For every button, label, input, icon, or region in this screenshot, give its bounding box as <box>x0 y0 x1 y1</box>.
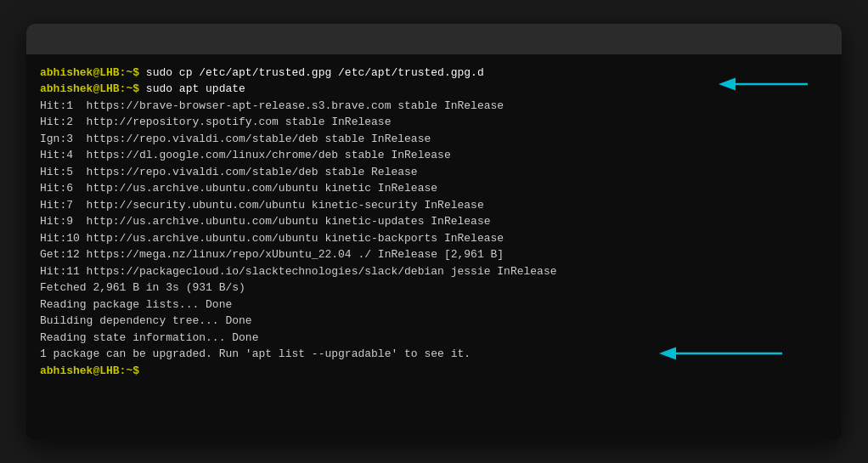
terminal-line: Building dependency tree... Done <box>40 313 828 330</box>
terminal-output: abhishek@LHB:~$ sudo cp /etc/apt/trusted… <box>40 65 828 380</box>
titlebar-controls <box>762 37 831 41</box>
maximize-button[interactable] <box>808 37 816 41</box>
terminal-line: Hit:11 https://packagecloud.io/slacktech… <box>40 263 828 280</box>
add-tab-button[interactable] <box>762 37 770 41</box>
command-text: sudo cp /etc/apt/trusted.gpg /etc/apt/tr… <box>146 66 484 79</box>
terminal-line: Hit:2 http://repository.spotify.com stab… <box>40 114 828 131</box>
command-text: sudo apt update <box>146 82 245 95</box>
terminal-line: Hit:10 http://us.archive.ubuntu.com/ubun… <box>40 230 828 247</box>
terminal-body[interactable]: abhishek@LHB:~$ sudo cp /etc/apt/trusted… <box>26 54 842 440</box>
titlebar <box>26 24 842 54</box>
terminal-line: Hit:6 http://us.archive.ubuntu.com/ubunt… <box>40 180 828 197</box>
terminal-line: 1 package can be upgraded. Run 'apt list… <box>40 346 828 363</box>
terminal-window: abhishek@LHB:~$ sudo cp /etc/apt/trusted… <box>26 24 842 440</box>
terminal-line: abhishek@LHB:~$ <box>40 363 828 380</box>
terminal-line: Reading package lists... Done <box>40 296 828 313</box>
terminal-line: Get:12 https://mega.nz/linux/repo/xUbunt… <box>40 246 828 263</box>
terminal-line: Hit:5 https://repo.vivaldi.com/stable/de… <box>40 164 828 181</box>
terminal-line: Hit:9 http://us.archive.ubuntu.com/ubunt… <box>40 213 828 230</box>
close-button[interactable] <box>823 37 831 41</box>
terminal-line: abhishek@LHB:~$ sudo cp /etc/apt/trusted… <box>40 65 828 82</box>
prompt-text: abhishek@LHB:~$ <box>40 364 146 377</box>
terminal-line: Hit:7 http://security.ubuntu.com/ubuntu … <box>40 197 828 214</box>
prompt-text: abhishek@LHB:~$ <box>40 66 146 79</box>
terminal-line: Reading state information... Done <box>40 330 828 347</box>
terminal-line: Ign:3 https://repo.vivaldi.com/stable/de… <box>40 131 828 148</box>
terminal-line: abhishek@LHB:~$ sudo apt update <box>40 81 828 98</box>
prompt-text: abhishek@LHB:~$ <box>40 82 146 95</box>
menu-button[interactable] <box>777 37 786 41</box>
terminal-line: Fetched 2,961 B in 3s (931 B/s) <box>40 279 828 296</box>
terminal-line: Hit:1 https://brave-browser-apt-release.… <box>40 98 828 115</box>
minimize-button[interactable] <box>792 37 801 41</box>
terminal-line: Hit:4 https://dl.google.com/linux/chrome… <box>40 147 828 164</box>
